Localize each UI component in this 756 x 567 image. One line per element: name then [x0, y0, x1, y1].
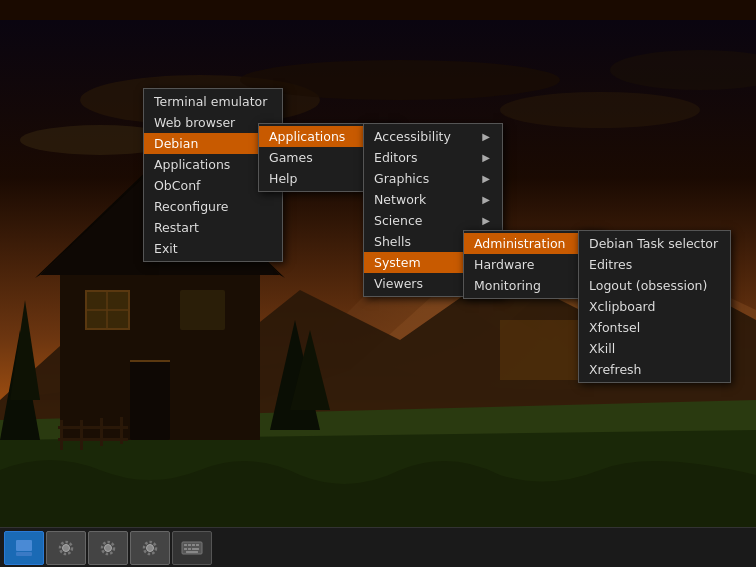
menu-item-exit[interactable]: Exit — [144, 238, 282, 259]
submenu-arrow-network: ▶ — [482, 194, 490, 205]
menu-item-graphics[interactable]: Graphics ▶ — [364, 168, 502, 189]
menu-item-xrefresh[interactable]: Xrefresh — [579, 359, 730, 380]
menu-item-science[interactable]: Science ▶ — [364, 210, 502, 231]
submenu-arrow-accessibility: ▶ — [482, 131, 490, 142]
menu-item-reconfigure[interactable]: Reconfigure — [144, 196, 282, 217]
taskbar-gear2-button[interactable] — [88, 531, 128, 565]
svg-rect-45 — [184, 544, 187, 546]
submenu-arrow-science: ▶ — [482, 215, 490, 226]
menu-item-restart[interactable]: Restart — [144, 217, 282, 238]
svg-rect-32 — [100, 418, 103, 446]
svg-rect-36 — [16, 540, 32, 551]
svg-rect-25 — [130, 360, 170, 362]
svg-rect-51 — [192, 548, 199, 550]
menu-item-editors[interactable]: Editors ▶ — [364, 147, 502, 168]
svg-rect-47 — [192, 544, 195, 546]
taskbar-gear3-button[interactable] — [130, 531, 170, 565]
submenu-arrow-graphics: ▶ — [482, 173, 490, 184]
menu-item-accessibility[interactable]: Accessibility ▶ — [364, 126, 502, 147]
submenu-arrow-editors: ▶ — [482, 152, 490, 163]
menu-item-xclipboard[interactable]: Xclipboard — [579, 296, 730, 317]
svg-rect-35 — [58, 438, 128, 441]
menu-item-terminal[interactable]: Terminal emulator — [144, 91, 282, 112]
svg-point-38 — [63, 544, 70, 551]
taskbar-gear1-button[interactable] — [46, 531, 86, 565]
taskbar-desktop1-button[interactable] — [4, 531, 44, 565]
svg-rect-50 — [188, 548, 191, 550]
svg-point-40 — [105, 544, 112, 551]
svg-rect-30 — [60, 420, 63, 450]
menu-item-network[interactable]: Network ▶ — [364, 189, 502, 210]
svg-rect-46 — [188, 544, 191, 546]
menu-item-editres[interactable]: Editres — [579, 254, 730, 275]
taskbar — [0, 527, 756, 567]
menu-item-xfontsel[interactable]: Xfontsel — [579, 317, 730, 338]
svg-rect-37 — [16, 552, 32, 556]
svg-point-42 — [147, 544, 154, 551]
taskbar-keyboard-button[interactable] — [172, 531, 212, 565]
svg-rect-31 — [80, 420, 83, 450]
menu-item-logout-obsession[interactable]: Logout (obsession) — [579, 275, 730, 296]
menu-item-debian-task-selector[interactable]: Debian Task selector — [579, 233, 730, 254]
svg-rect-24 — [130, 360, 170, 440]
svg-rect-34 — [58, 426, 128, 429]
svg-rect-48 — [196, 544, 199, 546]
menu-item-xkill[interactable]: Xkill — [579, 338, 730, 359]
svg-rect-52 — [186, 551, 198, 553]
svg-rect-49 — [184, 548, 187, 550]
administration-submenu: Debian Task selector Editres Logout (obs… — [578, 230, 731, 383]
svg-rect-17 — [180, 290, 225, 330]
svg-point-3 — [240, 60, 560, 100]
svg-point-4 — [500, 92, 700, 128]
